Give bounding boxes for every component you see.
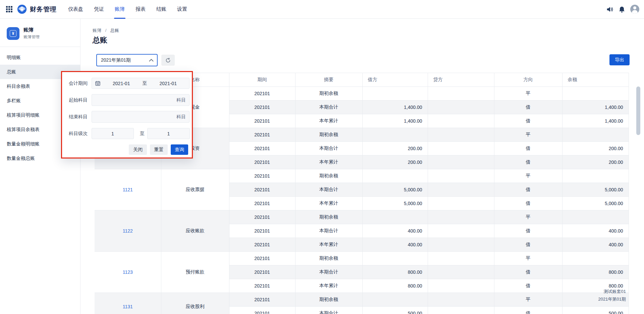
cell-debit <box>362 87 428 101</box>
cell-balance: 400.00 <box>562 224 629 238</box>
cell-debit: 400.00 <box>362 238 428 252</box>
cell-debit <box>362 293 428 307</box>
main-nav-tabs: 仪表盘 凭证 账簿 报表 结账 设置 <box>67 0 188 19</box>
cell-balance <box>562 128 629 142</box>
ledger-module-icon: ¥ <box>7 27 19 40</box>
cell-direction: 平 <box>494 252 562 265</box>
sidebar-item-detail-ledger[interactable]: 明细账 <box>0 50 80 65</box>
app-launcher-icon[interactable] <box>6 6 13 13</box>
cell-direction: 借 <box>494 307 562 314</box>
account-code-link[interactable]: 1131 <box>123 304 133 309</box>
start-subject-input[interactable]: 科目 <box>92 94 190 106</box>
cell-debit: 200.00 <box>362 155 428 169</box>
cell-debit: 800.00 <box>362 279 428 293</box>
refresh-button[interactable] <box>161 55 175 66</box>
cell-credit <box>428 238 494 252</box>
cell-credit <box>428 183 494 197</box>
export-button[interactable]: 导出 <box>609 54 630 65</box>
cell-direction: 借 <box>494 183 562 197</box>
subject-suffix: 科目 <box>176 97 186 103</box>
subject-level-label: 科目级次 <box>69 131 88 137</box>
account-code-link[interactable]: 1123 <box>123 269 133 275</box>
user-avatar[interactable] <box>630 5 639 14</box>
level-to-input[interactable] <box>147 128 190 139</box>
accounting-period-label: 会计期间 <box>69 80 88 86</box>
cell-direction: 借 <box>494 238 562 252</box>
tab-closing[interactable]: 结账 <box>156 0 167 19</box>
cell-period: 202101 <box>229 197 295 210</box>
tab-report[interactable]: 报表 <box>135 0 146 19</box>
vertical-scrollbar-thumb[interactable] <box>636 86 640 135</box>
header-debit: 借方 <box>362 73 428 87</box>
level-to-word: 至 <box>140 131 145 137</box>
cell-summary: 本年累计 <box>295 238 362 252</box>
query-button[interactable]: 查询 <box>171 144 188 155</box>
cell-direction: 借 <box>494 197 562 210</box>
module-subtitle: 账簿管理 <box>23 34 40 40</box>
cell-period: 202101 <box>229 224 295 238</box>
breadcrumb-parent[interactable]: 账簿 <box>93 28 101 33</box>
account-code-link[interactable]: 1121 <box>123 187 133 192</box>
cell-debit: 1,400.00 <box>362 101 428 114</box>
bell-icon[interactable] <box>618 6 626 13</box>
tab-ledger[interactable]: 账簿 <box>114 0 125 19</box>
cell-balance: 800.00 <box>562 279 629 293</box>
cell-credit <box>428 279 494 293</box>
cell-balance: 200.00 <box>562 155 629 169</box>
cell-summary: 本年累计 <box>295 279 362 293</box>
cell-period: 202101 <box>229 279 295 293</box>
close-button[interactable]: 关闭 <box>129 144 147 155</box>
cell-period: 202101 <box>229 210 295 224</box>
account-name-cell: 应收票据 <box>161 169 229 210</box>
cell-balance <box>562 293 629 307</box>
cell-balance: 800.00 <box>562 265 629 279</box>
sidebar: ¥ 账簿 账簿管理 明细账 总账 科目余额表 多栏账 核算项目明细账 核算项目余… <box>0 19 80 314</box>
cell-credit <box>428 114 494 128</box>
account-code-cell: 1121 <box>95 169 161 210</box>
reset-button[interactable]: 重置 <box>150 144 168 155</box>
cell-balance <box>562 252 629 265</box>
cell-summary: 本期合计 <box>295 101 362 114</box>
cell-direction: 借 <box>494 155 562 169</box>
cell-summary: 期初余额 <box>295 87 362 101</box>
cell-period: 202101 <box>229 114 295 128</box>
cell-direction: 借 <box>494 265 562 279</box>
cell-summary: 本期合计 <box>295 142 362 155</box>
period-to-word: 至 <box>143 80 147 86</box>
tab-voucher[interactable]: 凭证 <box>93 0 105 19</box>
breadcrumb: 账簿 / 总账 <box>93 27 119 34</box>
cell-debit <box>362 169 428 183</box>
speaker-icon[interactable] <box>606 6 613 13</box>
top-navbar: 财务管理 仪表盘 凭证 账簿 报表 结账 设置 <box>0 0 644 19</box>
accounting-period-field[interactable]: 2021-01 至 2021-01 <box>92 78 190 89</box>
cell-summary: 期初余额 <box>295 169 362 183</box>
cell-period: 202101 <box>229 169 295 183</box>
cell-summary: 本期合计 <box>295 224 362 238</box>
cell-direction: 平 <box>494 293 562 307</box>
cell-debit: 1,400.00 <box>362 114 428 128</box>
cell-credit <box>428 101 494 114</box>
app-logo-icon <box>17 5 26 14</box>
tab-dashboard[interactable]: 仪表盘 <box>67 0 84 19</box>
period-select[interactable]: 2021年第01期 <box>96 54 158 66</box>
cell-credit <box>428 224 494 238</box>
cell-period: 202101 <box>229 265 295 279</box>
header-balance: 余额 <box>562 73 629 87</box>
header-direction: 方向 <box>494 73 562 87</box>
header-period: 期间 <box>229 73 295 87</box>
account-code-link[interactable]: 1122 <box>123 228 133 234</box>
table-row: 1131应收股利202101期初余额平 <box>95 293 629 307</box>
cell-credit <box>428 155 494 169</box>
start-subject-label: 起始科目 <box>69 97 88 103</box>
cell-credit <box>428 142 494 155</box>
cell-direction: 平 <box>494 210 562 224</box>
cell-summary: 本年累计 <box>295 197 362 210</box>
calendar-icon <box>95 81 100 86</box>
tab-settings[interactable]: 设置 <box>176 0 188 19</box>
cell-balance: 500.00 <box>562 307 629 314</box>
subject-suffix: 科目 <box>176 114 186 120</box>
period-select-value: 2021年第01期 <box>101 57 149 63</box>
level-from-input[interactable] <box>92 128 134 139</box>
end-subject-input[interactable]: 科目 <box>92 111 190 123</box>
app-title: 财务管理 <box>30 5 57 14</box>
